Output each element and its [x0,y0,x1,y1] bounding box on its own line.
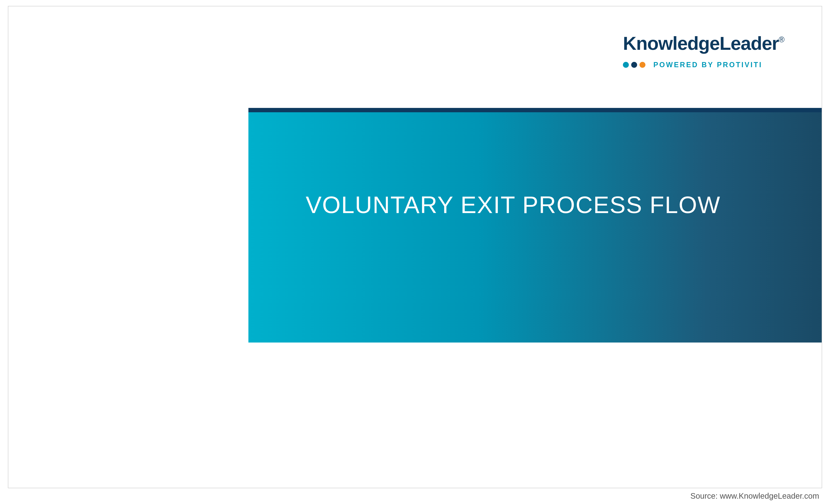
source-citation: Source: www.KnowledgeLeader.com [691,492,819,500]
powered-by-text: POWERED BY PROTIVITI [653,61,762,69]
dot-teal-icon [623,62,629,68]
logo-main: KnowledgeLeader® [623,34,784,53]
slide-title: VOLUNTARY EXIT PROCESS FLOW [306,190,721,219]
logo-block: KnowledgeLeader® POWERED BY PROTIVITI [623,34,784,69]
title-panel: VOLUNTARY EXIT PROCESS FLOW [248,112,822,343]
logo-subline: POWERED BY PROTIVITI [623,61,784,69]
title-bar-accent [248,108,822,112]
dot-orange-icon [639,62,645,68]
logo-text: KnowledgeLeader [623,33,778,54]
registered-mark: ® [779,35,784,44]
slide-frame: KnowledgeLeader® POWERED BY PROTIVITI VO… [8,6,822,488]
logo-dots [623,62,645,68]
dot-navy-icon [631,62,637,68]
